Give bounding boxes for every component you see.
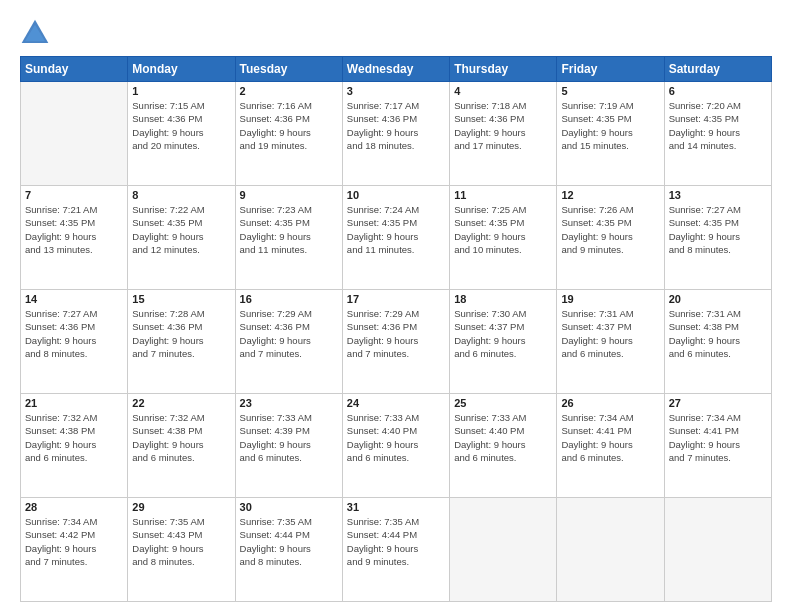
- day-number: 3: [347, 85, 445, 97]
- day-number: 28: [25, 501, 123, 513]
- calendar-header-row: SundayMondayTuesdayWednesdayThursdayFrid…: [21, 57, 772, 82]
- day-info: Sunrise: 7:35 AM Sunset: 4:44 PM Dayligh…: [240, 515, 338, 568]
- day-info: Sunrise: 7:34 AM Sunset: 4:41 PM Dayligh…: [561, 411, 659, 464]
- day-number: 31: [347, 501, 445, 513]
- calendar-cell: 12Sunrise: 7:26 AM Sunset: 4:35 PM Dayli…: [557, 186, 664, 290]
- day-info: Sunrise: 7:21 AM Sunset: 4:35 PM Dayligh…: [25, 203, 123, 256]
- calendar-cell: 20Sunrise: 7:31 AM Sunset: 4:38 PM Dayli…: [664, 290, 771, 394]
- calendar-cell: 8Sunrise: 7:22 AM Sunset: 4:35 PM Daylig…: [128, 186, 235, 290]
- calendar-week-row: 21Sunrise: 7:32 AM Sunset: 4:38 PM Dayli…: [21, 394, 772, 498]
- calendar-cell: 15Sunrise: 7:28 AM Sunset: 4:36 PM Dayli…: [128, 290, 235, 394]
- calendar-cell: [450, 498, 557, 602]
- day-info: Sunrise: 7:17 AM Sunset: 4:36 PM Dayligh…: [347, 99, 445, 152]
- day-number: 18: [454, 293, 552, 305]
- day-number: 6: [669, 85, 767, 97]
- calendar-cell: 6Sunrise: 7:20 AM Sunset: 4:35 PM Daylig…: [664, 82, 771, 186]
- day-info: Sunrise: 7:29 AM Sunset: 4:36 PM Dayligh…: [240, 307, 338, 360]
- day-info: Sunrise: 7:20 AM Sunset: 4:35 PM Dayligh…: [669, 99, 767, 152]
- day-info: Sunrise: 7:16 AM Sunset: 4:36 PM Dayligh…: [240, 99, 338, 152]
- day-info: Sunrise: 7:28 AM Sunset: 4:36 PM Dayligh…: [132, 307, 230, 360]
- calendar-cell: 29Sunrise: 7:35 AM Sunset: 4:43 PM Dayli…: [128, 498, 235, 602]
- calendar-cell: 10Sunrise: 7:24 AM Sunset: 4:35 PM Dayli…: [342, 186, 449, 290]
- day-info: Sunrise: 7:35 AM Sunset: 4:43 PM Dayligh…: [132, 515, 230, 568]
- header: [20, 18, 772, 48]
- calendar-week-row: 14Sunrise: 7:27 AM Sunset: 4:36 PM Dayli…: [21, 290, 772, 394]
- day-info: Sunrise: 7:15 AM Sunset: 4:36 PM Dayligh…: [132, 99, 230, 152]
- day-info: Sunrise: 7:33 AM Sunset: 4:39 PM Dayligh…: [240, 411, 338, 464]
- day-header-thursday: Thursday: [450, 57, 557, 82]
- day-number: 22: [132, 397, 230, 409]
- logo-icon: [20, 18, 50, 48]
- calendar-cell: 14Sunrise: 7:27 AM Sunset: 4:36 PM Dayli…: [21, 290, 128, 394]
- day-number: 20: [669, 293, 767, 305]
- day-number: 8: [132, 189, 230, 201]
- calendar-week-row: 1Sunrise: 7:15 AM Sunset: 4:36 PM Daylig…: [21, 82, 772, 186]
- calendar-cell: [21, 82, 128, 186]
- day-header-sunday: Sunday: [21, 57, 128, 82]
- calendar-cell: 23Sunrise: 7:33 AM Sunset: 4:39 PM Dayli…: [235, 394, 342, 498]
- day-info: Sunrise: 7:27 AM Sunset: 4:36 PM Dayligh…: [25, 307, 123, 360]
- calendar-cell: 17Sunrise: 7:29 AM Sunset: 4:36 PM Dayli…: [342, 290, 449, 394]
- day-number: 4: [454, 85, 552, 97]
- calendar-week-row: 7Sunrise: 7:21 AM Sunset: 4:35 PM Daylig…: [21, 186, 772, 290]
- calendar-table: SundayMondayTuesdayWednesdayThursdayFrid…: [20, 56, 772, 602]
- calendar-cell: 22Sunrise: 7:32 AM Sunset: 4:38 PM Dayli…: [128, 394, 235, 498]
- day-info: Sunrise: 7:26 AM Sunset: 4:35 PM Dayligh…: [561, 203, 659, 256]
- day-number: 2: [240, 85, 338, 97]
- day-info: Sunrise: 7:31 AM Sunset: 4:37 PM Dayligh…: [561, 307, 659, 360]
- day-header-friday: Friday: [557, 57, 664, 82]
- day-info: Sunrise: 7:32 AM Sunset: 4:38 PM Dayligh…: [25, 411, 123, 464]
- calendar-cell: 16Sunrise: 7:29 AM Sunset: 4:36 PM Dayli…: [235, 290, 342, 394]
- day-info: Sunrise: 7:22 AM Sunset: 4:35 PM Dayligh…: [132, 203, 230, 256]
- calendar-cell: 31Sunrise: 7:35 AM Sunset: 4:44 PM Dayli…: [342, 498, 449, 602]
- day-info: Sunrise: 7:33 AM Sunset: 4:40 PM Dayligh…: [454, 411, 552, 464]
- calendar-cell: [557, 498, 664, 602]
- day-info: Sunrise: 7:30 AM Sunset: 4:37 PM Dayligh…: [454, 307, 552, 360]
- day-number: 5: [561, 85, 659, 97]
- day-number: 11: [454, 189, 552, 201]
- calendar-cell: 18Sunrise: 7:30 AM Sunset: 4:37 PM Dayli…: [450, 290, 557, 394]
- calendar-cell: 25Sunrise: 7:33 AM Sunset: 4:40 PM Dayli…: [450, 394, 557, 498]
- day-info: Sunrise: 7:24 AM Sunset: 4:35 PM Dayligh…: [347, 203, 445, 256]
- day-number: 19: [561, 293, 659, 305]
- day-info: Sunrise: 7:29 AM Sunset: 4:36 PM Dayligh…: [347, 307, 445, 360]
- calendar-cell: [664, 498, 771, 602]
- day-number: 7: [25, 189, 123, 201]
- day-number: 23: [240, 397, 338, 409]
- day-number: 21: [25, 397, 123, 409]
- calendar-cell: 3Sunrise: 7:17 AM Sunset: 4:36 PM Daylig…: [342, 82, 449, 186]
- day-info: Sunrise: 7:27 AM Sunset: 4:35 PM Dayligh…: [669, 203, 767, 256]
- page: SundayMondayTuesdayWednesdayThursdayFrid…: [0, 0, 792, 612]
- day-number: 12: [561, 189, 659, 201]
- calendar-cell: 7Sunrise: 7:21 AM Sunset: 4:35 PM Daylig…: [21, 186, 128, 290]
- calendar-cell: 19Sunrise: 7:31 AM Sunset: 4:37 PM Dayli…: [557, 290, 664, 394]
- day-number: 29: [132, 501, 230, 513]
- day-info: Sunrise: 7:34 AM Sunset: 4:41 PM Dayligh…: [669, 411, 767, 464]
- calendar-week-row: 28Sunrise: 7:34 AM Sunset: 4:42 PM Dayli…: [21, 498, 772, 602]
- day-number: 1: [132, 85, 230, 97]
- calendar-cell: 2Sunrise: 7:16 AM Sunset: 4:36 PM Daylig…: [235, 82, 342, 186]
- day-number: 13: [669, 189, 767, 201]
- day-number: 27: [669, 397, 767, 409]
- calendar-cell: 13Sunrise: 7:27 AM Sunset: 4:35 PM Dayli…: [664, 186, 771, 290]
- day-number: 26: [561, 397, 659, 409]
- day-number: 9: [240, 189, 338, 201]
- calendar-cell: 30Sunrise: 7:35 AM Sunset: 4:44 PM Dayli…: [235, 498, 342, 602]
- day-header-wednesday: Wednesday: [342, 57, 449, 82]
- calendar-cell: 9Sunrise: 7:23 AM Sunset: 4:35 PM Daylig…: [235, 186, 342, 290]
- day-number: 14: [25, 293, 123, 305]
- calendar-cell: 4Sunrise: 7:18 AM Sunset: 4:36 PM Daylig…: [450, 82, 557, 186]
- day-info: Sunrise: 7:25 AM Sunset: 4:35 PM Dayligh…: [454, 203, 552, 256]
- day-info: Sunrise: 7:33 AM Sunset: 4:40 PM Dayligh…: [347, 411, 445, 464]
- day-header-tuesday: Tuesday: [235, 57, 342, 82]
- calendar-cell: 1Sunrise: 7:15 AM Sunset: 4:36 PM Daylig…: [128, 82, 235, 186]
- day-info: Sunrise: 7:19 AM Sunset: 4:35 PM Dayligh…: [561, 99, 659, 152]
- day-number: 24: [347, 397, 445, 409]
- day-number: 30: [240, 501, 338, 513]
- calendar-cell: 28Sunrise: 7:34 AM Sunset: 4:42 PM Dayli…: [21, 498, 128, 602]
- day-info: Sunrise: 7:35 AM Sunset: 4:44 PM Dayligh…: [347, 515, 445, 568]
- day-number: 15: [132, 293, 230, 305]
- day-info: Sunrise: 7:31 AM Sunset: 4:38 PM Dayligh…: [669, 307, 767, 360]
- day-info: Sunrise: 7:18 AM Sunset: 4:36 PM Dayligh…: [454, 99, 552, 152]
- day-number: 16: [240, 293, 338, 305]
